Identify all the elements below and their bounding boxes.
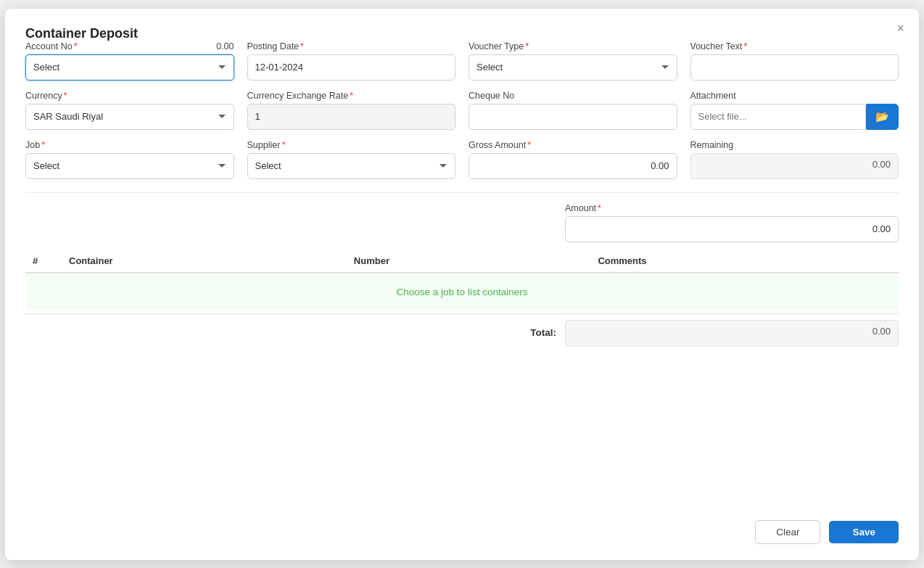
col-hash: # (25, 250, 62, 273)
voucher-type-field: Voucher Type* Select (469, 41, 677, 81)
container-deposit-dialog: Container Deposit × Account No* 0.00 Sel… (5, 9, 919, 560)
voucher-type-select[interactable]: Select (469, 54, 677, 81)
attachment-row: 📂 (690, 104, 899, 130)
save-button[interactable]: Save (829, 521, 899, 543)
col-comments: Comments (590, 250, 899, 273)
remaining-label: Remaining (690, 140, 899, 150)
empty-row: Choose a job to list containers (25, 273, 899, 310)
currency-field: Currency* SAR Saudi Riyal (25, 91, 234, 130)
posting-date-field: Posting Date* (247, 41, 456, 81)
col-container: Container (62, 250, 347, 273)
gross-amount-input[interactable] (469, 153, 677, 179)
posting-date-label: Posting Date* (247, 41, 456, 52)
col-number: Number (347, 250, 591, 273)
account-no-select[interactable]: Select (25, 54, 234, 81)
form-grid: Account No* 0.00 Select Posting Date* Vo… (25, 41, 899, 179)
remaining-value: 0.00 (690, 153, 899, 179)
amount-field-row: Amount* (25, 203, 899, 242)
cheque-no-input[interactable] (469, 104, 677, 130)
amount-input[interactable] (565, 216, 899, 242)
table-body: Choose a job to list containers (25, 273, 899, 310)
clear-button[interactable]: Clear (755, 520, 820, 544)
gross-amount-label: Gross Amount* (469, 140, 677, 150)
total-value: 0.00 (565, 320, 899, 346)
attachment-input[interactable] (690, 104, 867, 130)
supplier-label: Supplier* (247, 140, 456, 150)
attachment-label: Attachment (690, 91, 899, 101)
amount-field-wrap: Amount* (565, 203, 899, 242)
cheque-no-field: Cheque No (469, 91, 677, 130)
job-select[interactable]: Select (25, 153, 234, 179)
job-label: Job* (25, 140, 234, 150)
currency-select[interactable]: SAR Saudi Riyal (25, 104, 234, 130)
job-field: Job* Select (25, 140, 234, 179)
account-no-label: Account No* (25, 41, 78, 52)
empty-message: Choose a job to list containers (25, 273, 899, 310)
voucher-text-field: Voucher Text* (690, 41, 899, 81)
dialog-title: Container Deposit (25, 26, 138, 41)
amount-label: Amount* (565, 203, 899, 213)
gross-amount-field: Gross Amount* (469, 140, 677, 179)
account-no-value: 0.00 (216, 41, 234, 52)
attachment-field: Attachment 📂 (690, 91, 899, 130)
form-divider (25, 192, 899, 193)
currency-label: Currency* (25, 91, 234, 101)
containers-table: # Container Number Comments Choose a job… (25, 250, 899, 310)
table-head: # Container Number Comments (25, 250, 899, 273)
footer: Clear Save (755, 520, 899, 544)
attachment-browse-button[interactable]: 📂 (866, 104, 899, 130)
currency-exchange-rate-field: Currency Exchange Rate* (247, 91, 456, 130)
account-no-field: Account No* 0.00 Select (25, 41, 234, 81)
total-label: Total: (513, 327, 556, 338)
total-row: Total: 0.00 (25, 313, 899, 346)
voucher-type-label: Voucher Type* (469, 41, 677, 52)
cheque-no-label: Cheque No (469, 91, 677, 101)
posting-date-input[interactable] (247, 54, 456, 81)
currency-exchange-rate-label: Currency Exchange Rate* (247, 91, 456, 101)
supplier-field: Supplier* Select (247, 140, 456, 179)
voucher-text-label: Voucher Text* (690, 41, 899, 52)
voucher-text-input[interactable] (690, 54, 899, 81)
remaining-field: Remaining 0.00 (690, 140, 899, 179)
supplier-select[interactable]: Select (247, 153, 456, 179)
close-button[interactable]: × (896, 22, 904, 35)
currency-exchange-rate-input[interactable] (247, 104, 456, 130)
folder-icon: 📂 (875, 110, 889, 123)
table-section: Amount* # Container Number Comments Choo… (25, 203, 899, 346)
